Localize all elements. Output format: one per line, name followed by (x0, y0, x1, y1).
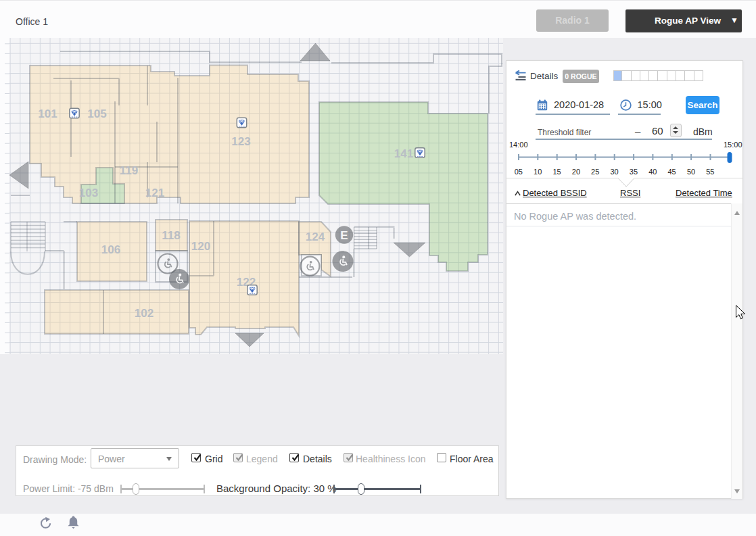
svg-text:50: 50 (687, 168, 695, 176)
svg-text:121: 121 (145, 187, 164, 199)
svg-text:102: 102 (135, 307, 153, 320)
svg-text:10: 10 (534, 168, 542, 176)
svg-text:E: E (340, 229, 348, 242)
svg-text:35: 35 (630, 168, 638, 176)
svg-text:30: 30 (610, 168, 618, 176)
svg-text:55: 55 (706, 168, 714, 176)
svg-text:141: 141 (394, 147, 413, 160)
svg-text:105: 105 (87, 107, 106, 120)
svg-text:40: 40 (648, 168, 657, 176)
svg-text:119: 119 (120, 164, 138, 177)
svg-text:106: 106 (101, 243, 120, 256)
svg-text:123: 123 (231, 135, 250, 148)
svg-text:118: 118 (162, 229, 180, 242)
svg-text:45: 45 (667, 168, 676, 176)
svg-text:120: 120 (191, 240, 210, 253)
svg-text:103: 103 (79, 187, 98, 199)
svg-text:05: 05 (515, 168, 523, 176)
svg-text:101: 101 (38, 107, 57, 120)
svg-text:20: 20 (572, 168, 580, 176)
svg-text:124: 124 (306, 230, 325, 243)
svg-text:15: 15 (552, 168, 561, 176)
svg-text:25: 25 (591, 168, 599, 176)
